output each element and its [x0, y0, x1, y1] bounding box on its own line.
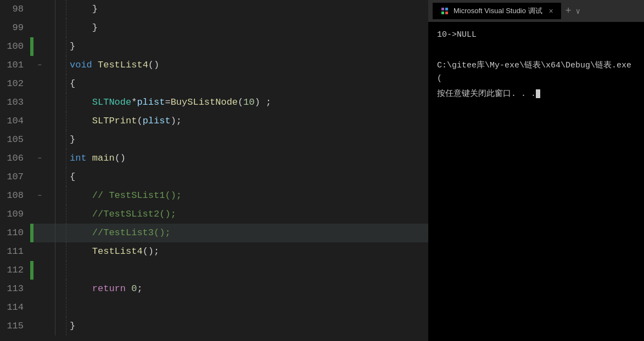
code-line: 112	[0, 261, 428, 280]
indent-guide	[44, 75, 55, 93]
line-number: 109	[0, 205, 30, 224]
indent-guide2	[55, 317, 66, 336]
indent-guide	[44, 130, 55, 149]
breakpoint-bar	[30, 37, 33, 56]
indent-guide	[44, 168, 55, 186]
indent-guide	[44, 298, 55, 317]
line-number: 101	[0, 56, 30, 75]
indent-guide2	[55, 168, 66, 186]
breakpoint-bar	[30, 130, 33, 149]
indent-guide	[44, 93, 55, 112]
indent-guide2	[55, 149, 66, 168]
indent-guide2	[55, 224, 66, 242]
terminal-output-line1: 10->NULL	[437, 29, 635, 42]
terminal-tab-label: Microsoft Visual Studio 调试	[453, 6, 542, 16]
code-content: {	[66, 168, 428, 186]
fold-button	[35, 168, 44, 186]
indent-guide2	[55, 0, 66, 19]
indent-guide2	[55, 56, 66, 75]
svg-rect-2	[441, 12, 444, 14]
breakpoint-bar	[30, 280, 33, 298]
indent-guide2	[55, 75, 66, 93]
code-line: 105}	[0, 130, 428, 149]
code-content	[66, 261, 428, 280]
indent-guide2	[55, 19, 66, 37]
code-line: 114	[0, 298, 428, 317]
code-content: }	[66, 37, 428, 56]
terminal-panel: Microsoft Visual Studio 调试 × + ∨ 10->NUL…	[428, 0, 644, 341]
code-line: 107{	[0, 168, 428, 186]
line-number: 102	[0, 75, 30, 93]
breakpoint-bar	[30, 317, 33, 336]
line-number: 107	[0, 168, 30, 186]
line-number: 111	[0, 242, 30, 261]
line-number: 112	[0, 261, 30, 280]
indent-guide	[44, 242, 55, 261]
breakpoint-bar	[30, 205, 33, 224]
indent-guide2	[55, 93, 66, 112]
terminal-cursor	[536, 89, 540, 98]
terminal-tabs: Microsoft Visual Studio 调试 × + ∨	[428, 0, 644, 22]
terminal-tab-chevron[interactable]: ∨	[576, 7, 580, 16]
terminal-tab-close[interactable]: ×	[549, 7, 553, 15]
code-line: 98 }	[0, 0, 428, 19]
fold-button	[35, 93, 44, 112]
code-content: SLTNode*plist=BuySListNode(10) ;	[66, 93, 428, 112]
line-number: 106	[0, 149, 30, 168]
fold-button	[35, 280, 44, 298]
terminal-tab[interactable]: Microsoft Visual Studio 调试 ×	[433, 3, 561, 19]
breakpoint-bar	[30, 261, 33, 280]
code-line: 109 //TestSList2();	[0, 205, 428, 224]
breakpoint-bar	[30, 0, 33, 19]
fold-button[interactable]: −	[35, 186, 44, 205]
code-content: //TestList3();	[66, 224, 428, 242]
code-content: TestList4();	[66, 242, 428, 261]
line-number: 104	[0, 112, 30, 130]
line-number: 99	[0, 19, 30, 37]
code-content: }	[66, 0, 428, 19]
code-content: }	[66, 130, 428, 149]
vs-icon	[440, 7, 449, 15]
indent-guide2	[55, 112, 66, 130]
indent-guide2	[55, 280, 66, 298]
breakpoint-bar	[30, 224, 33, 242]
code-line: 100}	[0, 37, 428, 56]
code-content: }	[66, 19, 428, 37]
breakpoint-bar	[30, 149, 33, 168]
indent-guide2	[55, 130, 66, 149]
indent-guide2	[55, 186, 66, 205]
line-number: 110	[0, 224, 30, 242]
indent-guide2	[55, 298, 66, 317]
indent-guide	[44, 205, 55, 224]
terminal-add-tab[interactable]: +	[561, 5, 576, 16]
fold-button	[35, 0, 44, 19]
breakpoint-bar	[30, 168, 33, 186]
line-number: 115	[0, 317, 30, 336]
code-content: {	[66, 75, 428, 93]
fold-button[interactable]: −	[35, 56, 44, 75]
line-number: 114	[0, 298, 30, 317]
terminal-output-line2	[437, 44, 635, 57]
fold-button	[35, 19, 44, 37]
svg-rect-0	[441, 8, 444, 10]
fold-button[interactable]: −	[35, 149, 44, 168]
fold-button	[35, 112, 44, 130]
fold-button	[35, 224, 44, 242]
code-content: int main()	[66, 149, 428, 168]
code-line: 103 SLTNode*plist=BuySListNode(10) ;	[0, 93, 428, 112]
code-content: }	[66, 317, 428, 336]
breakpoint-bar	[30, 19, 33, 37]
breakpoint-bar	[30, 298, 33, 317]
code-line: 108− // TestSList1();	[0, 186, 428, 205]
code-content: SLTPrint(plist);	[66, 112, 428, 130]
line-number: 100	[0, 37, 30, 56]
code-content: void TestList4()	[66, 56, 428, 75]
fold-button	[35, 205, 44, 224]
terminal-output-line4: 按任意键关闭此窗口. . .	[437, 88, 635, 101]
indent-guide	[44, 317, 55, 336]
code-content: return 0;	[66, 280, 428, 298]
indent-guide	[44, 149, 55, 168]
fold-button	[35, 37, 44, 56]
indent-guide	[44, 56, 55, 75]
code-line: 113 return 0;	[0, 280, 428, 298]
